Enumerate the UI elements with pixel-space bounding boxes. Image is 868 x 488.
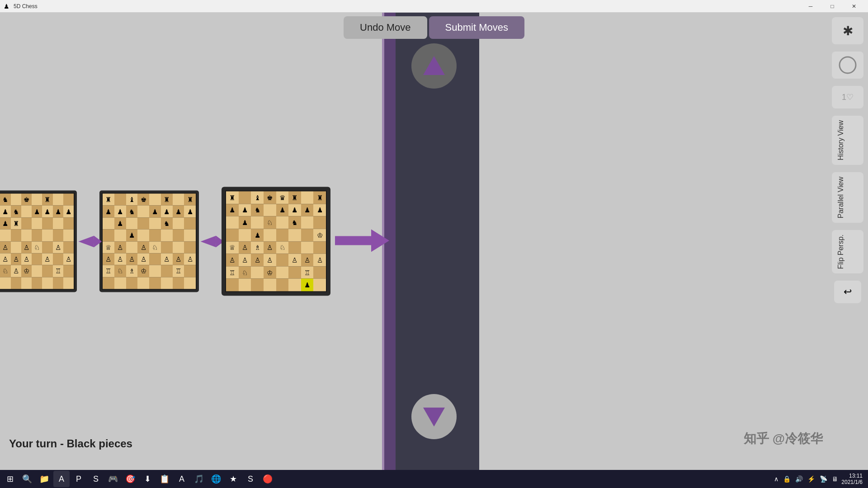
taskbar-app10[interactable]: 🌐 <box>208 471 224 487</box>
chess-cell[interactable] <box>251 266 264 279</box>
chess-cell[interactable]: ♜ <box>42 194 52 206</box>
chess-cell[interactable] <box>103 230 114 241</box>
chess-cell[interactable] <box>149 230 161 241</box>
chess-cell[interactable]: ♟ <box>53 206 63 217</box>
chess-cell[interactable] <box>301 192 314 204</box>
chess-cell[interactable] <box>251 279 264 291</box>
taskbar-search[interactable]: 🔍 <box>19 471 35 487</box>
tray-arrow[interactable]: ∧ <box>773 475 780 483</box>
chess-cell[interactable]: ♟ <box>114 217 126 229</box>
chess-cell[interactable] <box>63 265 74 277</box>
chess-cell[interactable] <box>32 253 42 265</box>
taskbar-app5[interactable]: 🎯 <box>122 471 138 487</box>
history-view-button[interactable]: History View <box>832 116 863 165</box>
chess-cell[interactable] <box>251 216 264 229</box>
chess-cell[interactable]: ♙ <box>42 253 52 265</box>
chess-board-partial[interactable]: ♜♞♚♜♟♟♞♟♟♟♟♟♜♕♙♙♘♙♙♙♙♙♙♙♖♘♙♔♖ <box>0 193 75 290</box>
chess-cell[interactable] <box>301 216 314 229</box>
chess-cell[interactable] <box>32 265 42 277</box>
maximize-button[interactable]: □ <box>822 0 843 13</box>
chess-cell[interactable] <box>288 266 301 279</box>
chess-cell[interactable]: ♔ <box>21 265 32 277</box>
chess-cell[interactable] <box>173 217 184 229</box>
chess-cell[interactable] <box>264 229 276 241</box>
chess-cell[interactable]: ♟ <box>0 206 10 217</box>
chess-cell[interactable] <box>63 277 74 289</box>
chess-cell[interactable]: ♟ <box>103 206 114 217</box>
taskbar-app13[interactable]: 🔴 <box>259 471 276 487</box>
chess-cell[interactable]: ♟ <box>114 206 126 217</box>
chess-cell[interactable] <box>42 241 52 253</box>
chess-cell[interactable]: ♙ <box>239 254 251 267</box>
taskbar-file[interactable]: 📁 <box>36 471 52 487</box>
chess-cell[interactable]: ♕ <box>103 241 114 253</box>
chess-cell[interactable] <box>301 241 314 254</box>
chess-cell[interactable]: ♟ <box>226 204 239 216</box>
chess-cell[interactable] <box>313 216 326 229</box>
chess-cell[interactable]: ♟ <box>184 206 196 217</box>
chess-cell[interactable]: ♙ <box>53 241 63 253</box>
chess-cell[interactable]: ♜ <box>184 194 196 206</box>
chess-cell[interactable]: ♘ <box>32 241 42 253</box>
chess-cell[interactable]: ♟ <box>42 206 52 217</box>
chess-cell[interactable]: ♙ <box>313 254 326 267</box>
chess-cell[interactable]: ♙ <box>11 265 21 277</box>
chess-cell[interactable] <box>184 277 196 289</box>
taskbar-app3[interactable]: S <box>88 471 104 487</box>
star-button[interactable]: ✱ <box>832 17 863 44</box>
chess-cell[interactable]: ♙ <box>63 253 74 265</box>
chess-cell[interactable]: ♘ <box>264 216 276 229</box>
chess-cell[interactable]: ♟ <box>288 204 301 216</box>
chess-cell[interactable] <box>288 241 301 254</box>
chess-cell[interactable] <box>63 194 74 206</box>
taskbar-app12[interactable]: S <box>242 471 259 487</box>
chess-cell[interactable] <box>21 230 32 241</box>
taskbar-app9[interactable]: 🎵 <box>191 471 207 487</box>
tray-volume[interactable]: 🔊 <box>794 475 804 483</box>
chess-cell[interactable]: ♘ <box>114 265 126 277</box>
taskbar-app4[interactable]: 🎮 <box>105 471 121 487</box>
chess-cell[interactable] <box>313 279 326 291</box>
chess-cell[interactable] <box>42 265 52 277</box>
submit-moves-button[interactable]: Submit Moves <box>429 16 524 39</box>
chess-cell[interactable] <box>149 265 161 277</box>
chess-cell[interactable]: ♜ <box>11 217 21 229</box>
chess-cell[interactable] <box>53 217 63 229</box>
chess-cell[interactable] <box>63 241 74 253</box>
chess-cell[interactable] <box>313 266 326 279</box>
taskbar-clock[interactable]: 13:11 2021/1/6 <box>841 473 866 485</box>
chess-cell[interactable] <box>114 230 126 241</box>
chess-cell[interactable] <box>276 254 289 267</box>
chess-cell[interactable] <box>32 217 42 229</box>
chess-cell[interactable]: ♖ <box>103 265 114 277</box>
chess-cell[interactable]: ♟ <box>173 206 184 217</box>
chess-cell[interactable]: ♘ <box>239 266 251 279</box>
chess-cell[interactable]: ♟ <box>0 217 10 229</box>
chess-cell[interactable]: ♟ <box>32 206 42 217</box>
chess-cell[interactable]: ♗ <box>251 241 264 254</box>
chess-cell[interactable] <box>63 217 74 229</box>
chess-cell[interactable] <box>137 277 149 289</box>
chess-cell[interactable]: ♙ <box>114 253 126 265</box>
chess-cell[interactable] <box>239 192 251 204</box>
chess-cell[interactable] <box>11 277 21 289</box>
tray-icon3[interactable]: 🖥 <box>830 475 840 483</box>
chess-cell[interactable] <box>103 277 114 289</box>
chess-cell[interactable]: ♚ <box>137 194 149 206</box>
chess-cell[interactable]: ♜ <box>161 194 173 206</box>
chess-cell[interactable] <box>276 216 289 229</box>
parallel-view-button[interactable]: Parallel View <box>832 172 863 223</box>
chess-cell[interactable] <box>42 217 52 229</box>
chess-cell[interactable] <box>0 277 10 289</box>
chess-cell[interactable]: ♙ <box>251 254 264 267</box>
chess-cell[interactable] <box>161 230 173 241</box>
chess-cell[interactable] <box>173 277 184 289</box>
chess-cell[interactable] <box>32 277 42 289</box>
chess-cell[interactable]: ♚ <box>21 194 32 206</box>
chess-cell[interactable]: ♟ <box>251 229 264 241</box>
chess-cell[interactable] <box>264 204 276 216</box>
chess-cell[interactable] <box>126 241 138 253</box>
chess-cell[interactable]: ♘ <box>149 241 161 253</box>
chess-cell[interactable] <box>288 279 301 291</box>
chess-cell[interactable] <box>149 217 161 229</box>
